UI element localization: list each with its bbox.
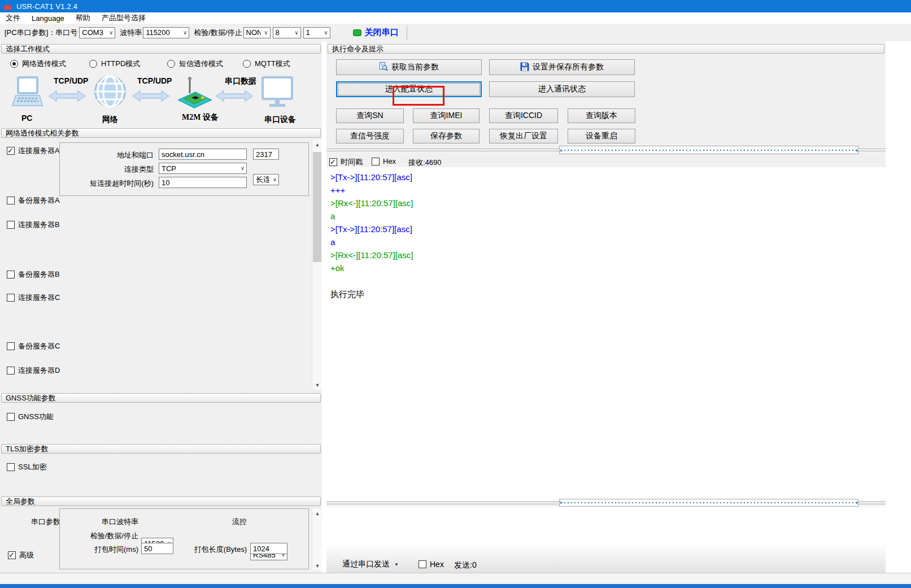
radio-sms[interactable]: 短信透传模式 xyxy=(167,59,223,69)
recv-hex-checkbox[interactable]: Hex xyxy=(372,157,396,165)
server-b-checkbox[interactable]: 连接服务器B xyxy=(7,220,60,230)
close-port-button[interactable]: 关闭串口 xyxy=(365,27,399,38)
pack-time-label: 打包时间(ms) xyxy=(65,545,138,555)
scroll-down-icon[interactable]: ▼ xyxy=(312,380,322,390)
query-sn-button[interactable]: 查询SN xyxy=(336,108,404,123)
menu-product-model[interactable]: 产品型号选择 xyxy=(96,12,151,24)
query-iccid-button[interactable]: 查询ICCID xyxy=(489,108,558,123)
baud-select[interactable]: 115200∨ xyxy=(143,27,189,38)
checkbox-icon xyxy=(329,158,337,166)
conn-type-select[interactable]: TCP∨ xyxy=(159,163,247,174)
splitter-marker-icon: ▴ xyxy=(560,147,563,153)
timestamp-checkbox[interactable]: 时间戳 xyxy=(329,157,363,167)
log-splitter-handle[interactable]: ▴ ▴ xyxy=(559,146,858,154)
stopbits-select[interactable]: 1∨ xyxy=(303,27,330,38)
save-params-button[interactable]: 保存参数 xyxy=(413,129,480,143)
query-signal-button[interactable]: 查信号强度 xyxy=(336,129,404,143)
serial-toolbar: [PC串口参数]：串口号 COM3∨ 波特率 115200∨ 检验/数据/停止 … xyxy=(0,24,911,42)
server-c-checkbox[interactable]: 连接服务器C xyxy=(7,293,60,303)
checkbox-icon xyxy=(7,271,15,278)
serial-device-icon xyxy=(261,76,294,111)
m2m-device-icon xyxy=(176,75,212,112)
chevron-down-icon: ∨ xyxy=(264,29,268,36)
chevron-down-icon: ∨ xyxy=(183,29,187,36)
send-via-serial-button[interactable]: 通过串口发送 ▼ xyxy=(342,559,399,569)
checkbox-icon xyxy=(7,367,15,374)
radio-icon xyxy=(243,60,251,68)
scrollbar-thumb[interactable] xyxy=(313,152,321,262)
arrow-icon xyxy=(49,90,86,104)
log-line xyxy=(330,275,886,288)
log-line: a xyxy=(330,236,886,249)
send-hex-checkbox[interactable]: Hex xyxy=(419,560,444,569)
timeout-input[interactable]: 10 xyxy=(159,177,247,188)
databits-select[interactable]: 8∨ xyxy=(273,27,301,38)
send-area[interactable] xyxy=(326,507,886,573)
toolbar-separator xyxy=(407,25,407,40)
radio-net-transparent[interactable]: 网络透传模式 xyxy=(10,59,66,69)
ssl-checkbox[interactable]: SSL加密 xyxy=(7,462,47,472)
chevron-down-icon: ∨ xyxy=(241,165,245,172)
query-version-button[interactable]: 查询版本 xyxy=(568,108,635,123)
menu-language[interactable]: Language xyxy=(26,12,70,24)
addr-port-label: 地址和端口 xyxy=(56,150,154,160)
arrow-icon xyxy=(132,90,169,104)
recv-count-label: 接收:4690 xyxy=(408,158,442,168)
radio-icon xyxy=(167,60,175,68)
checkbox-icon xyxy=(372,158,380,165)
pack-time-input[interactable]: 50 xyxy=(141,543,173,554)
pack-length-input[interactable]: 1024 xyxy=(250,543,287,554)
get-params-button[interactable]: 获取当前参数 xyxy=(336,59,482,75)
baud-label: 波特率 xyxy=(120,28,142,38)
log-line: +++ xyxy=(330,184,886,197)
server-scrollbar[interactable]: ▲ ▼ xyxy=(312,140,322,390)
parity-select[interactable]: NONE∨ xyxy=(243,27,271,38)
menu-help[interactable]: 帮助 xyxy=(70,12,96,24)
checkbox-icon xyxy=(8,551,16,559)
diagram-link2-label: TCP/UDP xyxy=(137,76,172,85)
global-parity-label: 检验/数据/停止 xyxy=(65,531,138,541)
server-a-checkbox[interactable]: 连接服务器A xyxy=(7,146,60,156)
scroll-down-icon[interactable]: ▼ xyxy=(312,561,322,570)
checkbox-icon xyxy=(7,413,15,421)
com-port-select[interactable]: COM3∨ xyxy=(79,27,115,38)
server-d-checkbox[interactable]: 连接服务器D xyxy=(7,365,60,376)
enter-comm-button[interactable]: 进入通讯状态 xyxy=(489,81,635,97)
chevron-down-icon: ∨ xyxy=(273,176,277,183)
checkbox-icon xyxy=(419,560,426,568)
scroll-up-icon[interactable]: ▲ xyxy=(312,140,322,149)
red-highlight-annotation xyxy=(393,86,444,106)
diagram-link3-label: 串口数据 xyxy=(225,76,256,86)
advanced-checkbox[interactable]: 高级 xyxy=(8,550,34,560)
server-a-address-input[interactable]: socket.usr.cn xyxy=(159,149,247,160)
splitter-marker-icon: ▾ xyxy=(560,500,563,506)
send-splitter-handle[interactable]: ▾ ▾ xyxy=(559,499,858,507)
server-a-port-input[interactable]: 2317 xyxy=(253,149,279,160)
global-params-header: 全局参数 xyxy=(1,496,321,506)
menu-bar: 文件 Language 帮助 产品型号选择 xyxy=(0,12,911,24)
panel-divider xyxy=(322,41,326,573)
radio-httpd[interactable]: HTTPD模式 xyxy=(89,59,140,69)
right-margin xyxy=(886,41,911,573)
backup-server-c-checkbox[interactable]: 备份服务器C xyxy=(7,341,60,351)
factory-reset-button[interactable]: 恢复出厂设置 xyxy=(489,129,558,143)
backup-server-a-checkbox[interactable]: 备份服务器A xyxy=(7,195,60,206)
backup-server-b-checkbox[interactable]: 备份服务器B xyxy=(7,269,60,280)
menu-file[interactable]: 文件 xyxy=(0,12,26,24)
gnss-header: GNSS功能参数 xyxy=(1,393,321,403)
radio-mqtt[interactable]: MQTT模式 xyxy=(243,59,290,69)
log-line: >[Rx<-][11:20:57][asc] xyxy=(330,197,886,210)
device-restart-button[interactable]: 设备重启 xyxy=(568,129,635,143)
log-line: a xyxy=(330,210,886,223)
title-bar: USR-CAT1 V1.2.4 xyxy=(0,0,911,12)
conn-mode-select[interactable]: 长连接∨ xyxy=(253,174,279,185)
global-scrollbar[interactable]: ▲ ▼ xyxy=(312,508,322,570)
gnss-checkbox[interactable]: GNSS功能 xyxy=(7,412,54,422)
arrow-icon xyxy=(216,90,253,104)
diagram-serial-label: 串口设备 xyxy=(264,115,296,125)
checkbox-icon xyxy=(7,463,15,471)
set-save-params-button[interactable]: 设置并保存所有参数 xyxy=(489,59,635,75)
scroll-up-icon[interactable]: ▲ xyxy=(312,508,322,518)
query-imei-button[interactable]: 查询IMEI xyxy=(413,108,480,123)
serial-log-view[interactable]: >[Tx->][11:20:57][asc] +++ >[Rx<-][11:20… xyxy=(326,167,886,500)
